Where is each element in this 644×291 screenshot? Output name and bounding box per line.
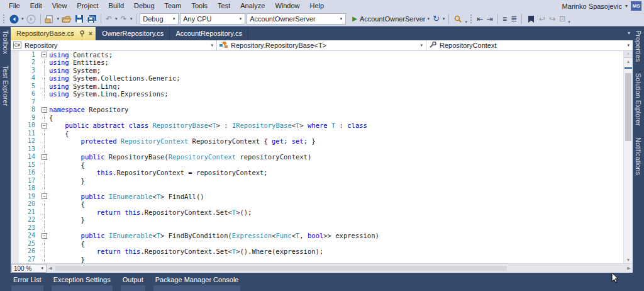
navigate-forward-button[interactable] <box>26 13 37 25</box>
bottom-tab-output[interactable]: Output <box>121 276 145 291</box>
code-line[interactable]: 27 } <box>11 256 623 264</box>
fold-collapse-icon[interactable]: − <box>42 154 47 160</box>
new-project-button[interactable] <box>44 13 55 25</box>
panel-tab-properties[interactable]: Properties <box>635 30 642 62</box>
fold-collapse-icon[interactable]: − <box>42 52 47 57</box>
code-line[interactable]: 14− public RepositoryBase(RepositoryCont… <box>11 153 623 161</box>
horizontal-scrollbar[interactable]: ◀ ▶ <box>47 264 633 273</box>
startup-project-combo[interactable]: AccountOwnerServer▾ <box>247 13 346 25</box>
tab-RepositoryBase.cs[interactable]: RepositoryBase.cs× <box>11 27 96 40</box>
undo-dropdown-icon[interactable]: ▾ <box>114 16 118 21</box>
new-project-dropdown-icon[interactable]: ▾ <box>57 16 60 21</box>
code-line[interactable]: 1−using Contracts; <box>11 51 623 59</box>
uncomment-button[interactable]: ≣ <box>509 13 518 25</box>
previous-bookmark-button[interactable]: ↩ <box>538 13 547 25</box>
panel-tab-toolbox[interactable]: Toolbox <box>2 30 9 54</box>
pin-icon[interactable] <box>79 30 85 37</box>
code-line[interactable]: 12 protected RepositoryContext Repositor… <box>11 137 623 146</box>
next-bookmark-button[interactable]: ↪ <box>548 13 557 25</box>
close-icon[interactable]: × <box>89 30 92 37</box>
solution-platform-combo[interactable]: Any CPU▾ <box>180 13 245 25</box>
toolbar-overflow-icon[interactable]: ▾ <box>465 20 467 26</box>
menu-help[interactable]: Help <box>305 0 330 12</box>
scroll-up-icon[interactable]: ▲ <box>624 58 633 66</box>
avatar[interactable]: MS <box>631 1 641 11</box>
menu-debug[interactable]: Debug <box>129 0 159 12</box>
tab-AccountRepository.cs[interactable]: AccountRepository.cs <box>170 27 248 40</box>
code-line[interactable]: 26 return this.RepositoryContext.Set<T>(… <box>11 248 623 256</box>
code-line[interactable]: 18 <box>11 185 623 193</box>
fold-collapse-icon[interactable]: − <box>42 193 47 199</box>
menu-build[interactable]: Build <box>104 0 129 12</box>
fold-collapse-icon[interactable]: − <box>42 107 47 113</box>
scrollbar-thumb[interactable] <box>55 266 507 271</box>
code-line[interactable]: 5using System.Linq; <box>11 83 623 91</box>
undo-button[interactable]: ↶ <box>104 13 113 25</box>
start-dropdown-icon[interactable]: ▾ <box>426 16 430 21</box>
toolbar-overflow-icon[interactable]: ▾ <box>568 20 570 26</box>
comment-out-button[interactable]: ≡ <box>501 13 508 25</box>
refresh-dropdown-icon[interactable]: ▾ <box>442 16 446 21</box>
splitter-handle[interactable]: ▫ <box>624 51 633 58</box>
code-line[interactable]: 4using System.Collections.Generic; <box>11 74 623 83</box>
vertical-scrollbar[interactable]: ▫ ▲ ▼ <box>623 51 633 264</box>
fold-collapse-icon[interactable]: − <box>42 123 47 128</box>
menu-team[interactable]: Team <box>160 0 187 12</box>
panel-tab-test-explorer[interactable]: Test Explorer <box>2 66 9 106</box>
menu-test[interactable]: Test <box>213 0 235 12</box>
start-debugging-label[interactable]: AccountOwnerServer <box>360 15 426 23</box>
scroll-down-icon[interactable]: ▼ <box>624 256 633 263</box>
code-line[interactable]: 25 { <box>11 240 623 248</box>
project-dropdown[interactable]: C# Repository ▾ <box>11 40 217 50</box>
code-line[interactable]: 3using System; <box>11 67 623 75</box>
save-button[interactable] <box>74 13 85 25</box>
code-line[interactable]: 11 { <box>11 130 623 138</box>
menu-edit[interactable]: Edit <box>25 0 47 12</box>
code-line[interactable]: 15 { <box>11 161 623 169</box>
code-line[interactable]: 8−namespace Repository <box>11 106 623 114</box>
open-file-button[interactable] <box>61 13 72 25</box>
menu-view[interactable]: View <box>47 0 72 12</box>
code-editor[interactable]: 1−using Contracts;2using Entities;3using… <box>11 51 633 264</box>
code-line[interactable]: 10− public abstract class RepositoryBase… <box>11 122 623 130</box>
member-dropdown[interactable]: RepositoryContext ▾ <box>426 40 633 50</box>
clear-bookmarks-button[interactable]: ⊡ <box>558 13 567 25</box>
code-line[interactable]: 24− public IEnumerable<T> FindByConditio… <box>11 232 623 240</box>
toolbar-grip[interactable] <box>470 14 473 24</box>
decrease-indent-button[interactable]: ⇤ <box>475 13 484 25</box>
panel-tab-solution-explorer[interactable]: Solution Explorer <box>635 73 642 126</box>
user-name[interactable]: Marinko Spasojevic <box>562 3 622 10</box>
navigate-back-dropdown-icon[interactable]: ▾ <box>21 16 25 21</box>
start-debugging-icon[interactable]: ▶ <box>351 13 358 25</box>
solution-configuration-combo[interactable]: Debug▾ <box>140 13 179 25</box>
bottom-tab-error-list[interactable]: Error List <box>11 276 43 291</box>
code-line[interactable]: 22 } <box>11 216 623 224</box>
code-line[interactable]: 19− public IEnumerable<T> FindAll() <box>11 193 623 201</box>
find-in-files-button[interactable] <box>452 13 464 25</box>
redo-button[interactable]: ↷ <box>119 13 128 25</box>
menu-project[interactable]: Project <box>72 0 103 12</box>
tab-OwnerRepository.cs[interactable]: OwnerRepository.cs <box>96 27 170 40</box>
menu-file[interactable]: File <box>4 0 25 12</box>
menu-window[interactable]: Window <box>270 0 304 12</box>
code-line[interactable]: 20 { <box>11 200 623 208</box>
save-all-button[interactable] <box>86 13 97 25</box>
bottom-tab-exception-settings[interactable]: Exception Settings <box>52 276 113 291</box>
bottom-tab-package-manager-console[interactable]: Package Manager Console <box>153 276 241 291</box>
tab-list-dropdown-icon[interactable]: ▾ <box>628 30 630 36</box>
navigate-back-button[interactable] <box>8 13 19 25</box>
code-line[interactable]: 9{ <box>11 114 623 122</box>
menu-tools[interactable]: Tools <box>186 0 213 12</box>
type-dropdown[interactable]: Repository.RepositoryBase<T> ▾ <box>217 40 426 50</box>
code-line[interactable]: 13 <box>11 146 623 154</box>
code-area[interactable]: 1−using Contracts;2using Entities;3using… <box>11 51 623 264</box>
code-line[interactable]: 16 this.RepositoryContext = repositoryCo… <box>11 169 623 177</box>
zoom-combo[interactable]: 100 % ▾ <box>11 264 47 273</box>
code-line[interactable]: 21 return this.RepositoryContext.Set<T>(… <box>11 208 623 217</box>
scrollbar-track[interactable] <box>624 66 633 256</box>
redo-dropdown-icon[interactable]: ▾ <box>130 16 133 21</box>
code-line[interactable]: 17 } <box>11 177 623 185</box>
panel-tab-notifications[interactable]: Notifications <box>635 137 642 175</box>
fold-collapse-icon[interactable]: − <box>42 233 47 239</box>
increase-indent-button[interactable]: ⇥ <box>486 13 494 25</box>
